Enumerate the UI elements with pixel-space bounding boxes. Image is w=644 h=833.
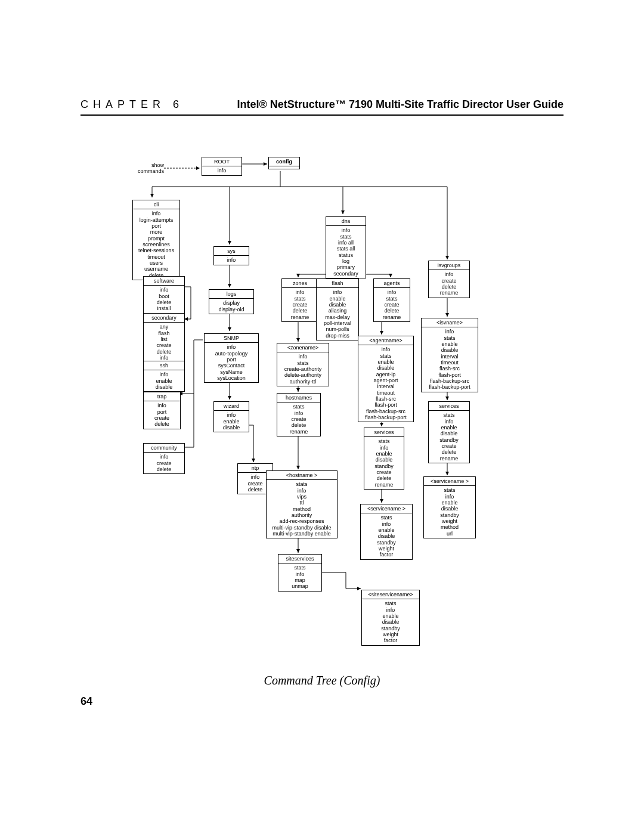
node-item: enable	[318, 296, 357, 302]
node-item: port	[206, 357, 256, 363]
node-item: delete-authority	[279, 372, 327, 378]
node-item: delete	[145, 421, 178, 427]
node-item: primary	[328, 264, 364, 270]
node-trap: trap infoportcreatedelete	[143, 392, 181, 429]
node-item: display-old	[211, 306, 252, 312]
node-item: method	[268, 506, 335, 512]
node-item: disable	[423, 347, 476, 353]
figure-caption: Command Tree (Config)	[0, 674, 644, 688]
node-item: info	[145, 402, 178, 408]
node-item: disable	[364, 619, 417, 625]
node-item: sysName	[206, 369, 256, 375]
node-item: install	[145, 305, 182, 311]
node-item: stats	[366, 438, 402, 444]
node-item: enable	[360, 359, 411, 365]
node-item: info	[145, 371, 182, 377]
node-item: secondary	[328, 271, 364, 277]
node-item: enable	[431, 425, 467, 431]
node-item: stats	[268, 481, 335, 487]
node-item: flash-src	[423, 366, 476, 371]
node-item: stats	[280, 565, 320, 571]
node-item: delete	[145, 299, 182, 305]
node-item: factor	[363, 552, 410, 558]
node-item: telnet-sessions	[135, 247, 178, 253]
node-item: method	[426, 524, 473, 530]
node-zones: zones infostatscreatedeleterename	[281, 278, 318, 322]
node-software: software infobootdeleteinstall	[143, 276, 185, 314]
node-item: boot	[145, 293, 182, 299]
node-item: more	[135, 229, 178, 235]
node-item: info	[280, 571, 320, 577]
node-item: port	[135, 223, 178, 229]
node-item: timeout	[135, 254, 178, 260]
node-item: create	[145, 342, 182, 348]
node-item: rename	[284, 314, 316, 320]
node-item: weight	[426, 518, 473, 524]
node-item: delete	[279, 422, 318, 428]
node-item: status	[328, 252, 364, 258]
node-item: ttl	[268, 500, 335, 506]
node-item: url	[426, 531, 473, 537]
node-isvgroups: isvgroups infocreatedeleterename	[428, 261, 470, 298]
node-item: stats all	[328, 246, 364, 252]
node-item: standby	[363, 540, 410, 546]
node-item: info	[426, 494, 473, 500]
node-item: screenlines	[135, 241, 178, 247]
node-item: agent-ip	[360, 371, 411, 377]
node-item: enable	[423, 341, 476, 347]
node-isvname: <isvname> infostatsenabledisableinterval…	[421, 318, 478, 392]
node-config: config	[268, 157, 300, 169]
node-item: info	[366, 445, 402, 451]
node-item: info	[135, 210, 178, 216]
document-title: Intel® NetStructure™ 7190 Multi-Site Tra…	[237, 98, 564, 111]
node-item: flash-port	[360, 402, 411, 408]
node-item: unmap	[280, 583, 320, 589]
node-item: timeout	[360, 390, 411, 396]
node-item: drop-miss	[318, 333, 357, 339]
node-item: rename	[376, 314, 408, 320]
node-item: flash-port	[423, 372, 476, 378]
node-item: num-polls	[318, 326, 357, 332]
node-item: disable	[366, 457, 402, 463]
node-item: info	[216, 257, 247, 263]
node-item: flash-backup-port	[423, 384, 476, 390]
node-item: disable	[363, 533, 410, 539]
node-item: sysLocation	[206, 375, 256, 381]
node-community: community infocreatedelete	[143, 443, 185, 474]
node-secondary: secondary anyflashlistcreatedeleteinfo	[143, 313, 185, 363]
node-item: info	[376, 289, 408, 295]
node-item: flash-src	[360, 396, 411, 402]
node-item: enable	[145, 378, 182, 384]
node-item: rename	[431, 456, 467, 462]
node-item: username	[135, 266, 178, 272]
node-item: max-delay	[318, 314, 357, 320]
node-item: weight	[363, 546, 410, 552]
node-item: disable	[360, 365, 411, 371]
node-services-agent: services statsinfoenabledisablestandbycr…	[364, 428, 404, 490]
node-item: disable	[318, 302, 357, 308]
node-item: enable	[426, 500, 473, 506]
node-wizard: wizard infoenabledisable	[213, 401, 249, 432]
node-item: info	[284, 289, 316, 295]
node-item: create	[279, 416, 318, 422]
node-item: interval	[360, 383, 411, 389]
node-item: delete	[284, 308, 316, 314]
node-item: agent-port	[360, 377, 411, 383]
node-item: flash	[145, 330, 182, 336]
node-hostnames: hostnames statsinfocreatedeleterename	[277, 393, 321, 436]
node-item: factor	[364, 637, 417, 643]
node-item: info all	[328, 240, 364, 246]
node-item: info	[145, 454, 182, 460]
node-item: aliasing	[318, 308, 357, 314]
node-item: enable	[363, 527, 410, 533]
node-item: create	[145, 415, 178, 421]
node-item: info	[318, 289, 357, 295]
node-item: info	[279, 410, 318, 416]
node-item: prompt	[135, 236, 178, 241]
node-item: any	[145, 324, 182, 330]
chapter-label: CHAPTER 6	[80, 98, 184, 111]
node-item: login-attempts	[135, 217, 178, 223]
node-item: create-authority	[279, 366, 327, 372]
node-item: interval	[423, 354, 476, 360]
node-item: map	[280, 577, 320, 583]
